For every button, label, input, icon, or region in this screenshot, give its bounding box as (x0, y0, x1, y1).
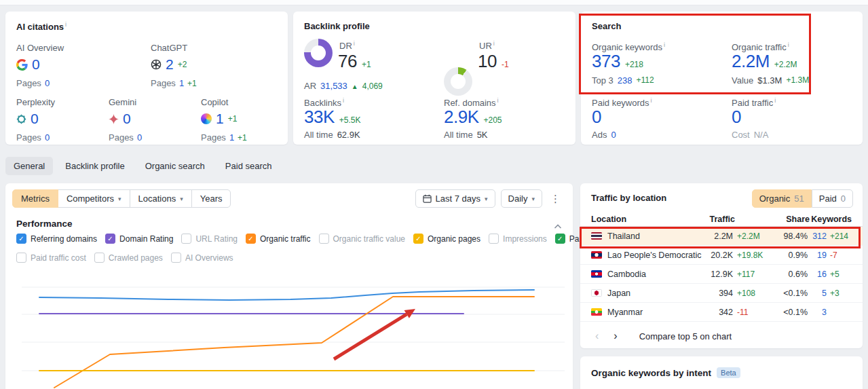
gemini-count[interactable]: 0 (123, 111, 131, 127)
checkbox-box[interactable] (413, 234, 423, 244)
paid-traffic-value-link[interactable]: 0 (732, 107, 741, 127)
country-name: Japan (607, 289, 630, 298)
checkbox-box[interactable] (94, 253, 105, 263)
pages-count-link[interactable]: 0 (137, 132, 142, 143)
checkbox-box[interactable] (16, 234, 26, 244)
checkbox-organic-pages[interactable]: Organic pages (413, 234, 480, 244)
ref-domains-delta: +205 (484, 115, 502, 125)
years-button[interactable]: Years (191, 189, 231, 208)
organic-toggle-button[interactable]: Organic51 (752, 189, 812, 208)
flag-cambodia-icon (591, 270, 602, 278)
perplexity-count[interactable]: 0 (31, 111, 39, 127)
info-icon[interactable]: i (343, 97, 344, 104)
checkbox-organic-traffic[interactable]: Organic traffic (246, 234, 310, 244)
keywords-link[interactable]: 312 (808, 231, 827, 241)
paid-toggle-button[interactable]: Paid0 (812, 189, 853, 208)
organic-keywords-value-link[interactable]: 373 (592, 51, 620, 72)
table-row-thailand[interactable]: Thailand 2.2M +2.2M 98.4% 312 +214 (580, 227, 863, 246)
info-icon[interactable]: i (774, 97, 776, 104)
previous-page-icon[interactable]: ‹ (591, 331, 603, 341)
copilot-count[interactable]: 1 (216, 111, 224, 127)
chevron-down-icon: ▾ (485, 196, 488, 202)
keywords-delta: +5 (830, 270, 852, 279)
section-tabs: General Backlink profile Organic search … (5, 157, 280, 175)
competitors-dropdown[interactable]: Competitors▾ (58, 189, 130, 208)
chatgpt-count[interactable]: 2 (166, 56, 174, 73)
col-location: Location (591, 215, 704, 224)
organic-traffic-value-link[interactable]: 2.2M (732, 51, 770, 72)
more-options-icon[interactable]: ⋮ (548, 193, 563, 205)
pages-count-link[interactable]: 1 (179, 78, 184, 88)
checkbox-paid-traffic-cost[interactable]: Paid traffic cost (16, 253, 86, 263)
checkbox-box[interactable] (319, 234, 329, 244)
up-triangle-icon: ▲ (352, 83, 358, 90)
tab-backlink-profile[interactable]: Backlink profile (57, 157, 132, 175)
pages-count-link[interactable]: 1 (229, 132, 234, 143)
ar-value-link[interactable]: 31,533 (320, 81, 347, 91)
keywords-link[interactable]: 3 (808, 308, 827, 317)
share-value: <0.1% (774, 289, 808, 298)
checkbox-box[interactable] (105, 234, 115, 244)
ai-overview-count[interactable]: 0 (32, 56, 40, 73)
info-icon[interactable]: i (651, 97, 652, 104)
info-icon[interactable]: i (664, 41, 665, 48)
col-share: Share (776, 215, 810, 224)
table-row-japan[interactable]: Japan 394 +108 <0.1% 5 +3 (580, 284, 863, 303)
all-time-label: All time (304, 130, 333, 140)
table-row-myanmar[interactable]: Myanmar 342 -11 <0.1% 3 (580, 303, 863, 322)
ai-item-label: Perplexity (16, 97, 55, 107)
checkbox-impressions[interactable]: Impressions (489, 234, 547, 244)
checkbox-domain-rating[interactable]: Domain Rating (105, 234, 173, 244)
checkbox-box[interactable] (555, 234, 565, 244)
info-icon[interactable]: i (354, 40, 355, 47)
performance-chart[interactable] (5, 275, 573, 389)
ref-domains-value-link[interactable]: 2.9K (444, 107, 479, 128)
info-icon[interactable]: i (493, 40, 495, 47)
tab-organic-search[interactable]: Organic search (137, 157, 213, 175)
checkbox-box[interactable] (489, 234, 499, 244)
tab-paid-search[interactable]: Paid search (217, 157, 280, 175)
info-icon[interactable]: i (65, 21, 67, 28)
granularity-dropdown[interactable]: Daily▾ (501, 189, 542, 208)
ads-value-link[interactable]: 0 (611, 130, 616, 140)
next-page-icon[interactable]: › (609, 331, 621, 341)
locations-dropdown[interactable]: Locations▾ (130, 189, 192, 208)
keywords-link[interactable]: 5 (808, 289, 827, 298)
metrics-button[interactable]: Metrics (12, 189, 58, 208)
checkbox-box[interactable] (181, 234, 191, 244)
chatgpt-delta: +2 (178, 60, 187, 69)
traffic-value: 2.2M (702, 231, 733, 241)
keywords-link[interactable]: 19 (808, 251, 827, 260)
country-name: Thailand (607, 231, 640, 241)
checkbox-ai-overviews[interactable]: AI Overviews (171, 253, 233, 263)
pages-label: Pages (201, 132, 226, 143)
table-row-cambodia[interactable]: Cambodia 12.9K +117 0.6% 16 +5 (580, 265, 863, 284)
traffic-delta: +19.8K (737, 251, 774, 260)
checkbox-crawled-pages[interactable]: Crawled pages (94, 253, 163, 263)
paid-keywords-value-link[interactable]: 0 (592, 107, 601, 127)
share-value: 0.9% (774, 251, 808, 260)
table-row-laos[interactable]: Lao People's Democratic Reput 20.2K +19.… (580, 246, 863, 265)
checkbox-referring-domains[interactable]: Referring domains (16, 234, 97, 244)
backlinks-value-link[interactable]: 33K (304, 107, 335, 128)
keywords-link[interactable]: 16 (808, 270, 827, 279)
checkbox-organic-traffic-value[interactable]: Organic traffic value (319, 234, 406, 244)
checkbox-box[interactable] (246, 234, 256, 244)
checkbox-box[interactable] (171, 253, 181, 263)
collapse-chevron-icon[interactable] (554, 221, 562, 231)
top3-value-link[interactable]: 238 (618, 75, 633, 86)
checkbox-label: Paid traffic cost (31, 253, 86, 263)
backlinks-delta: +5.5K (339, 115, 361, 125)
checkbox-url-rating[interactable]: URL Rating (181, 234, 238, 244)
checkbox-box[interactable] (16, 253, 26, 263)
keywords-by-intent-title: Organic keywords by intent (591, 368, 711, 378)
traffic-value: 20.2K (702, 251, 733, 260)
pages-count-link[interactable]: 0 (45, 78, 50, 88)
tab-general[interactable]: General (5, 157, 53, 175)
info-icon[interactable]: i (788, 41, 789, 48)
date-range-dropdown[interactable]: Last 7 days▾ (415, 189, 495, 208)
compare-top5-link[interactable]: Compare top 5 on chart (639, 331, 732, 341)
info-icon[interactable]: i (497, 97, 499, 104)
pages-count-link[interactable]: 0 (45, 132, 50, 143)
organic-paid-toggle: Organic51 Paid0 (752, 189, 853, 208)
